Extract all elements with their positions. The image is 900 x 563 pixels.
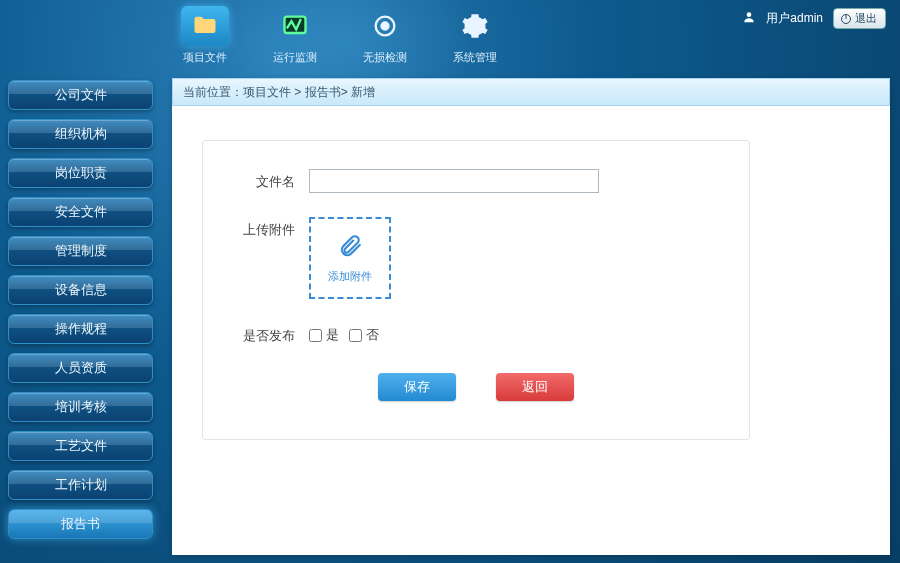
back-button[interactable]: 返回 [496, 373, 574, 401]
upload-box-label: 添加附件 [328, 269, 372, 284]
sidebar-item-personnel[interactable]: 人员资质 [8, 353, 153, 383]
user-label: 用户admin [766, 10, 823, 27]
sidebar-item-management[interactable]: 管理制度 [8, 236, 153, 266]
svg-point-2 [382, 23, 389, 30]
sidebar-item-label: 公司文件 [55, 86, 107, 104]
topnav-label: 无损检测 [355, 50, 415, 65]
sidebar-item-label: 报告书 [61, 515, 100, 533]
paperclip-icon [337, 233, 363, 261]
publish-options: 是 否 [309, 323, 379, 345]
sidebar-item-label: 组织机构 [55, 125, 107, 143]
publish-no-checkbox[interactable] [349, 329, 362, 342]
option-yes-label: 是 [326, 326, 339, 344]
sidebar-item-organization[interactable]: 组织机构 [8, 119, 153, 149]
publish-yes-checkbox[interactable] [309, 329, 322, 342]
sidebar-item-company-files[interactable]: 公司文件 [8, 80, 153, 110]
publish-yes-option[interactable]: 是 [309, 326, 339, 344]
topnav-monitoring[interactable]: 运行监测 [265, 6, 325, 65]
svg-point-3 [747, 12, 752, 17]
topnav-project-files[interactable]: 项目文件 [175, 6, 235, 65]
topbar: 项目文件 运行监测 无损检测 系统管理 用户admin 退 [0, 0, 900, 70]
form-row-upload: 上传附件 添加附件 [229, 217, 723, 299]
logout-label: 退出 [855, 11, 877, 26]
sidebar-item-work-plan[interactable]: 工作计划 [8, 470, 153, 500]
form-label-publish: 是否发布 [229, 323, 309, 345]
sidebar-item-label: 设备信息 [55, 281, 107, 299]
button-row: 保存 返回 [229, 373, 723, 401]
gear-icon [451, 6, 499, 46]
sidebar-item-label: 操作规程 [55, 320, 107, 338]
sidebar-item-security-files[interactable]: 安全文件 [8, 197, 153, 227]
topnav-label: 系统管理 [445, 50, 505, 65]
user-icon [742, 10, 756, 27]
option-no-label: 否 [366, 326, 379, 344]
folder-icon [181, 6, 229, 46]
topnav-label: 运行监测 [265, 50, 325, 65]
sidebar-item-label: 培训考核 [55, 398, 107, 416]
sidebar-item-label: 安全文件 [55, 203, 107, 221]
form-label-filename: 文件名 [229, 169, 309, 193]
topnav-nondestructive[interactable]: 无损检测 [355, 6, 415, 65]
form-row-publish: 是否发布 是 否 [229, 323, 723, 345]
main-panel: 当前位置： 项目文件 > 报告书> 新增 文件名 上传附件 添加附件 是否发布 … [172, 78, 890, 555]
sidebar-item-label: 工艺文件 [55, 437, 107, 455]
topnav-system[interactable]: 系统管理 [445, 6, 505, 65]
topnav: 项目文件 运行监测 无损检测 系统管理 [175, 6, 505, 65]
breadcrumb-path: 项目文件 > 报告书> 新增 [243, 84, 375, 101]
sidebar: 公司文件 组织机构 岗位职责 安全文件 管理制度 设备信息 操作规程 人员资质 … [8, 80, 153, 548]
breadcrumb-prefix: 当前位置： [183, 84, 243, 101]
sidebar-item-position[interactable]: 岗位职责 [8, 158, 153, 188]
svg-rect-0 [285, 17, 306, 33]
sidebar-item-procedures[interactable]: 操作规程 [8, 314, 153, 344]
sidebar-item-label: 工作计划 [55, 476, 107, 494]
save-button[interactable]: 保存 [378, 373, 456, 401]
monitor-icon [271, 6, 319, 46]
form-row-filename: 文件名 [229, 169, 723, 193]
userbox: 用户admin 退出 [742, 8, 886, 29]
sidebar-item-device-info[interactable]: 设备信息 [8, 275, 153, 305]
filename-input[interactable] [309, 169, 599, 193]
target-icon [361, 6, 409, 46]
power-icon [840, 13, 852, 25]
form-card: 文件名 上传附件 添加附件 是否发布 是 否 [202, 140, 750, 440]
sidebar-item-tech-files[interactable]: 工艺文件 [8, 431, 153, 461]
sidebar-item-report[interactable]: 报告书 [8, 509, 153, 539]
sidebar-item-label: 人员资质 [55, 359, 107, 377]
publish-no-option[interactable]: 否 [349, 326, 379, 344]
sidebar-item-label: 岗位职责 [55, 164, 107, 182]
logout-button[interactable]: 退出 [833, 8, 886, 29]
breadcrumb: 当前位置： 项目文件 > 报告书> 新增 [172, 78, 890, 106]
topnav-label: 项目文件 [175, 50, 235, 65]
form-label-upload: 上传附件 [229, 217, 309, 299]
upload-box[interactable]: 添加附件 [309, 217, 391, 299]
sidebar-item-training[interactable]: 培训考核 [8, 392, 153, 422]
sidebar-item-label: 管理制度 [55, 242, 107, 260]
